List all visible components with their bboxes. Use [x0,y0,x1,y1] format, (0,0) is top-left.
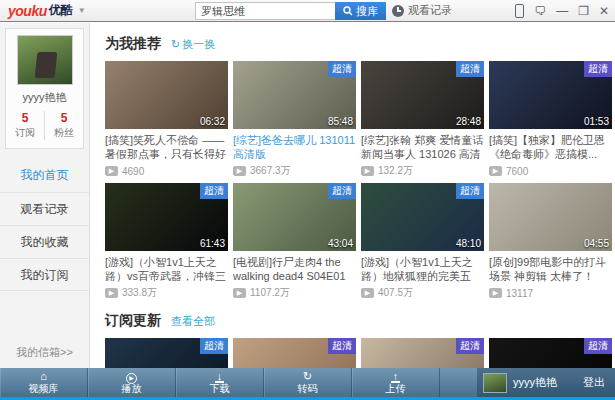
video-card[interactable]: 超清 01:53 [搞笑]【独家】肥伦卫恩 《绝命毒师》恶搞模... ▶ 760… [489,61,612,178]
chevron-down-icon[interactable]: ▼ [78,6,86,15]
search-icon [343,6,353,16]
play-button[interactable]: ▶ 播放 [88,368,176,397]
subscriptions-label: 订阅 [6,126,44,140]
video-thumbnail[interactable]: 超清 28:48 [361,61,484,129]
video-thumbnail[interactable]: 04:55 [489,183,612,251]
minimize-button[interactable]: — [556,0,568,22]
video-card[interactable]: 超清 503.27 [233,338,356,368]
maximize-button[interactable]: ❐ [578,0,589,22]
avatar[interactable] [17,35,73,85]
video-library-label: 视频库 [29,383,59,394]
video-views: ▶ 13117 [489,286,612,300]
download-icon: ↓ [215,371,225,383]
search-button[interactable]: 搜库 [335,2,386,20]
logout-button[interactable]: 登出 [583,375,605,390]
close-button[interactable]: ✕ [599,0,609,22]
recommend-title: 为我推荐 [105,35,161,53]
play-count-icon: ▶ [105,288,118,298]
quality-badge: 超清 [456,183,484,199]
subscribe-grid: 超清 30.23 超清 503.27 超清 232.71 超清 252.49 [105,338,612,368]
video-views: ▶ 1107.2万 [233,286,356,300]
sidebar-item-home[interactable]: 我的首页 [0,159,89,192]
view-count: 3667.3万 [250,164,291,178]
video-thumbnail[interactable]: 超清 48:10 [361,183,484,251]
video-card[interactable]: 超清 48:10 [游戏]（小智1v1上天之路）地狱狐狸的完美五杀！ ▶ 407… [361,183,484,300]
video-thumbnail[interactable]: 超清 252.49 [489,338,612,368]
video-card[interactable]: 06:32 [搞笑]笑死人不偿命 ——暑假那点事，只有长得好看... ▶ 469… [105,61,228,178]
video-card[interactable]: 超清 61:43 [游戏]（小智1v1上天之路）vs百帝武器，冲锋三合一！ ▶ … [105,183,228,300]
transcode-button[interactable]: ↻ 转码 [264,368,352,397]
sidebar-menu: 我的首页 观看记录 我的收藏 我的订阅 [0,159,89,291]
watch-history-button[interactable]: 观看记录 [392,3,452,18]
logo-text-cn: 优酷 [49,2,73,19]
mobile-device-icon[interactable] [515,4,524,18]
main-content: 为我推荐 ↻ 换一换 06:32 [搞笑]笑死人不偿命 ——暑假那点事，只有长得… [91,23,615,368]
play-count-icon: ▶ [105,166,118,176]
play-label: 播放 [122,383,142,394]
refresh-icon: ↻ [171,38,180,51]
watch-history-label: 观看记录 [408,3,452,18]
video-thumbnail[interactable]: 超清 43:04 [233,183,356,251]
youku-logo[interactable]: youku 优酷 ▼ [8,2,86,19]
quality-badge: 超清 [328,338,356,354]
refresh-recommend-link[interactable]: ↻ 换一换 [171,37,215,52]
quality-badge: 超清 [456,338,484,354]
bottombar-username: yyyy艳艳 [513,375,557,390]
video-card[interactable]: 超清 43:04 [电视剧]行尸走肉4 the walking dead4 S0… [233,183,356,300]
video-title[interactable]: [综艺]张翰 郑爽 爱情童话 新闻当事人 131026 高清版 [361,133,484,161]
video-title[interactable]: [游戏]（小智1v1上天之路）地狱狐狸的完美五杀！ [361,255,484,283]
video-thumbnail[interactable]: 超清 232.71 [361,338,484,368]
bottom-toolbar: ⌂ 视频库 ▶ 播放 ↓ 下载 ↻ 转码 ↑ 上传 yyyy艳艳 登出 [0,368,615,397]
stat-fans[interactable]: 5 粉丝 [44,111,83,140]
sidebar-item-subscriptions[interactable]: 我的订阅 [0,258,89,291]
video-views: ▶ 4690 [105,164,228,178]
subscribe-section-header: 订阅更新 查看全部 [105,312,615,330]
avatar[interactable] [483,373,507,393]
video-duration: 61:43 [200,238,225,249]
video-title[interactable]: [原创]99部电影中的打斗场景 神剪辑 太棒了！【高清... [489,255,612,283]
download-button[interactable]: ↓ 下载 [176,368,264,397]
video-thumbnail[interactable]: 06:32 [105,61,228,129]
video-library-button[interactable]: ⌂ 视频库 [0,368,88,397]
quality-badge: 超清 [584,61,612,77]
video-thumbnail[interactable]: 超清 503.27 [233,338,356,368]
subscriptions-count: 5 [6,111,44,125]
mailbox-link[interactable]: 我的信箱>> [0,345,89,360]
view-count: 333.8万 [122,286,157,300]
upload-label: 上传 [386,383,406,394]
video-title[interactable]: [电视剧]行尸走肉4 the walking dead4 S04E01 标... [233,255,356,283]
video-title[interactable]: [搞笑]笑死人不偿命 ——暑假那点事，只有长得好看... [105,133,228,161]
video-card[interactable]: 超清 232.71 [361,338,484,368]
sidebar-username: yyyy艳艳 [6,90,83,105]
quality-badge: 超清 [328,183,356,199]
video-thumbnail[interactable]: 超清 30.23 [105,338,228,368]
video-thumbnail[interactable]: 超清 01:53 [489,61,612,129]
view-all-link[interactable]: 查看全部 [171,314,215,329]
recommend-grid: 06:32 [搞笑]笑死人不偿命 ——暑假那点事，只有长得好看... ▶ 469… [105,61,612,300]
video-card[interactable]: 超清 252.49 [489,338,612,368]
play-count-icon: ▶ [489,288,502,298]
video-thumbnail[interactable]: 超清 85:48 [233,61,356,129]
video-card[interactable]: 超清 30.23 [105,338,228,368]
quality-badge: 超清 [456,61,484,77]
message-icon[interactable]: 🗨 [534,0,546,22]
transcode-icon: ↻ [303,371,312,383]
video-duration: 01:53 [584,116,609,127]
video-views: ▶ 333.8万 [105,286,228,300]
sidebar-item-history[interactable]: 观看记录 [0,192,89,225]
view-all-label: 查看全部 [171,314,215,329]
sidebar-item-favorites[interactable]: 我的收藏 [0,225,89,258]
stat-subscriptions[interactable]: 5 订阅 [6,111,44,140]
video-views: ▶ 407.5万 [361,286,484,300]
upload-button[interactable]: ↑ 上传 [352,368,440,397]
search-input[interactable] [195,2,335,20]
video-thumbnail[interactable]: 超清 61:43 [105,183,228,251]
search-button-label: 搜库 [356,4,378,19]
video-card[interactable]: 超清 28:48 [综艺]张翰 郑爽 爱情童话 新闻当事人 131026 高清版… [361,61,484,178]
video-title[interactable]: [游戏]（小智1v1上天之路）vs百帝武器，冲锋三合一！ [105,255,228,283]
video-card[interactable]: 04:55 [原创]99部电影中的打斗场景 神剪辑 太棒了！【高清... ▶ 1… [489,183,612,300]
video-title[interactable]: [搞笑]【独家】肥伦卫恩 《绝命毒师》恶搞模... [489,133,612,161]
video-title[interactable]: [综艺]爸爸去哪儿 131011 高清版 [233,133,356,161]
video-card[interactable]: 超清 85:48 [综艺]爸爸去哪儿 131011 高清版 ▶ 3667.3万 [233,61,356,178]
play-count-icon: ▶ [233,288,246,298]
